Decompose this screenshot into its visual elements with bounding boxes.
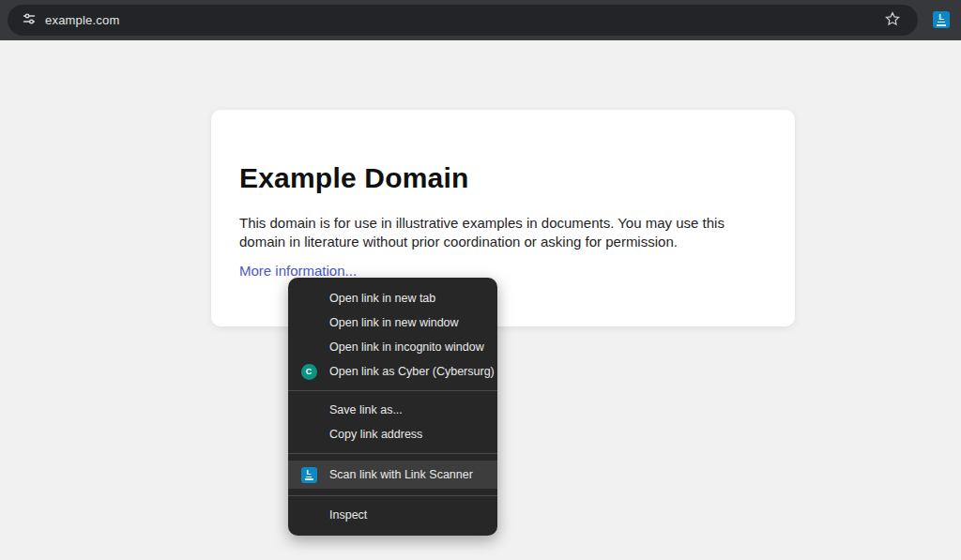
- menu-item-save-link-as[interactable]: Save link as...: [288, 398, 497, 422]
- menu-item-label: Open link in incognito window: [329, 341, 484, 354]
- extension-logo-subtext: [937, 24, 946, 26]
- menu-item-label: Open link in new tab: [329, 292, 435, 305]
- tune-icon: [22, 11, 37, 30]
- menu-item-scan-link-with-link-scanner[interactable]: L Scan link with Link Scanner: [288, 461, 497, 489]
- menu-separator: [288, 390, 497, 391]
- menu-item-open-new-window[interactable]: Open link in new window: [288, 310, 497, 335]
- site-settings-button[interactable]: [13, 5, 45, 36]
- browser-toolbar: example.com L: [0, 0, 961, 40]
- menu-item-label: Save link as...: [329, 403, 403, 416]
- star-icon: [884, 10, 901, 31]
- page-body-text: This domain is for use in illustrative e…: [239, 214, 729, 251]
- more-information-link[interactable]: More information...: [239, 263, 357, 279]
- menu-item-label: Open link in new window: [329, 316, 459, 329]
- menu-item-label: Copy link address: [329, 428, 422, 441]
- menu-item-open-new-tab[interactable]: Open link in new tab: [288, 286, 497, 310]
- extension-logo-letter: L: [938, 13, 945, 23]
- menu-item-copy-link-address[interactable]: Copy link address: [288, 422, 497, 446]
- menu-item-open-as-cyber[interactable]: C Open link as Cyber (Cybersurg): [288, 359, 497, 384]
- menu-separator: [288, 495, 497, 496]
- bookmark-button[interactable]: [878, 5, 907, 36]
- menu-item-open-incognito-window[interactable]: Open link in incognito window: [288, 335, 497, 359]
- link-scanner-icon: L: [301, 467, 317, 483]
- menu-separator: [288, 453, 497, 454]
- cyber-avatar-icon: C: [301, 364, 317, 380]
- context-menu: Open link in new tab Open link in new wi…: [288, 278, 497, 536]
- page-title: Example Domain: [239, 162, 767, 194]
- menu-item-inspect[interactable]: Inspect: [288, 503, 497, 527]
- menu-item-label: Inspect: [329, 508, 367, 522]
- menu-item-label: Scan link with Link Scanner: [329, 468, 473, 481]
- url-text: example.com: [45, 13, 120, 27]
- link-scanner-extension-icon[interactable]: L: [933, 11, 950, 28]
- address-bar[interactable]: example.com: [8, 5, 918, 36]
- menu-item-label: Open link as Cyber (Cybersurg): [329, 365, 495, 378]
